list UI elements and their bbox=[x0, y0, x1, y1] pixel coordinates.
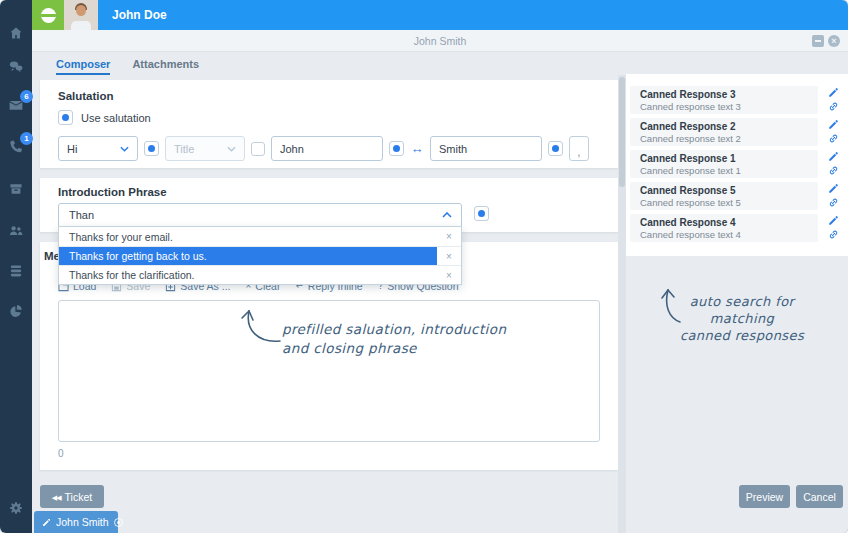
dropdown-option-selected[interactable]: Thanks for getting back to us. × bbox=[59, 246, 461, 265]
close-icon[interactable]: × bbox=[828, 35, 840, 47]
introduction-phrase-input[interactable]: Than bbox=[58, 203, 462, 227]
edit-pencil-icon[interactable] bbox=[828, 119, 839, 130]
sidebar-item-chats[interactable] bbox=[0, 50, 32, 84]
sidebar-item-tickets[interactable] bbox=[0, 172, 32, 206]
sidebar: 6 1 bbox=[0, 0, 32, 533]
rewind-icon: ◀◀ bbox=[52, 494, 61, 501]
link-icon[interactable] bbox=[828, 229, 839, 240]
first-name-enabled-indicator[interactable] bbox=[389, 141, 404, 156]
introduction-enabled-indicator[interactable] bbox=[474, 206, 489, 221]
preview-button[interactable]: Preview bbox=[739, 485, 790, 508]
introduction-phrase-value: Than bbox=[69, 209, 94, 221]
swap-names-icon[interactable]: ↔ bbox=[409, 141, 425, 156]
canned-card-actions bbox=[824, 214, 844, 243]
minimize-icon[interactable] bbox=[812, 35, 824, 47]
calls-count-badge: 1 bbox=[20, 132, 33, 145]
use-salutation-checkbox[interactable] bbox=[58, 110, 73, 125]
sidebar-item-customers[interactable] bbox=[0, 214, 32, 248]
edit-pencil-icon[interactable] bbox=[828, 215, 839, 226]
home-icon bbox=[8, 25, 24, 41]
salutation-title: Salutation bbox=[58, 90, 600, 102]
link-icon[interactable] bbox=[828, 133, 839, 144]
title-enabled-checkbox[interactable] bbox=[251, 142, 265, 156]
edit-pencil-icon[interactable] bbox=[828, 183, 839, 194]
tab-composer[interactable]: Composer bbox=[56, 58, 110, 75]
agent-avatar[interactable] bbox=[64, 0, 98, 30]
dropdown-option[interactable]: Thanks for your email. × bbox=[59, 227, 461, 246]
use-salutation-toggle[interactable]: Use salutation bbox=[58, 110, 600, 125]
pie-chart-icon bbox=[8, 303, 24, 319]
users-icon bbox=[8, 223, 24, 239]
canned-response-card[interactable]: Canned Response 5 Canned response text 5 bbox=[630, 182, 818, 210]
title-select[interactable]: Title bbox=[165, 136, 245, 161]
annotation-compose: prefilled saluation, introduction and cl… bbox=[282, 320, 506, 358]
edit-pencil-icon[interactable] bbox=[828, 151, 839, 162]
dropdown-option[interactable]: Thanks for the clarification. × bbox=[59, 265, 461, 284]
canned-card-actions bbox=[824, 150, 844, 179]
canned-response-card[interactable]: Canned Response 2 Canned response text 2 bbox=[630, 118, 818, 146]
chevron-down-icon bbox=[120, 146, 129, 152]
punctuation-box[interactable]: , bbox=[569, 136, 589, 161]
canned-card-actions bbox=[824, 118, 844, 147]
annotation-arrow bbox=[236, 304, 282, 348]
sidebar-item-email[interactable]: 6 bbox=[0, 88, 32, 122]
canned-responses-panel: Canned Response 3 Canned response text 3… bbox=[626, 74, 848, 256]
archive-box-icon bbox=[8, 181, 24, 197]
gear-icon bbox=[8, 500, 24, 516]
intro-phrase-dropdown: Thanks for your email. × Thanks for gett… bbox=[58, 226, 462, 285]
topbar: John Doe bbox=[32, 0, 848, 30]
link-icon[interactable] bbox=[828, 101, 839, 112]
active-editor-bar[interactable]: John Smith bbox=[34, 511, 118, 533]
sidebar-item-knowledge-base[interactable] bbox=[0, 254, 32, 288]
agent-status-button[interactable] bbox=[32, 0, 64, 30]
edit-pencil-icon[interactable] bbox=[828, 87, 839, 98]
chevron-up-icon[interactable] bbox=[442, 212, 452, 218]
canned-response-card[interactable]: Canned Response 3 Canned response text 3 bbox=[630, 86, 818, 114]
back-to-ticket-button[interactable]: ◀◀Ticket bbox=[40, 485, 104, 508]
email-count-badge: 6 bbox=[20, 90, 33, 103]
link-icon[interactable] bbox=[828, 197, 839, 208]
availability-orb-icon bbox=[41, 8, 56, 23]
use-salutation-label: Use salutation bbox=[81, 112, 151, 124]
agent-name: John Doe bbox=[98, 0, 167, 30]
editor-status-icon[interactable] bbox=[114, 518, 123, 527]
sidebar-item-home[interactable] bbox=[0, 16, 32, 50]
remove-option-icon[interactable]: × bbox=[437, 266, 461, 284]
link-icon[interactable] bbox=[828, 165, 839, 176]
customer-name: John Smith bbox=[32, 30, 848, 52]
sidebar-item-reports[interactable] bbox=[0, 294, 32, 328]
canned-response-card[interactable]: Canned Response 4 Canned response text 4 bbox=[630, 214, 818, 242]
sidebar-item-settings[interactable] bbox=[0, 491, 32, 525]
app-window: 6 1 John Doe bbox=[0, 0, 848, 533]
salutation-controls: Hi Title ↔ , bbox=[58, 136, 600, 161]
character-count: 0 bbox=[58, 448, 64, 459]
tab-attachments[interactable]: Attachments bbox=[132, 58, 199, 75]
remove-option-icon[interactable]: × bbox=[437, 247, 461, 265]
salutation-section: Salutation Use salutation Hi Title bbox=[40, 80, 618, 168]
greeting-enabled-indicator[interactable] bbox=[144, 141, 159, 156]
greeting-select[interactable]: Hi bbox=[58, 136, 138, 161]
pencil-icon bbox=[42, 518, 51, 527]
introduction-section: Introduction Phrase Than bbox=[40, 178, 618, 232]
greeting-value: Hi bbox=[67, 143, 77, 155]
canned-card-actions bbox=[824, 182, 844, 211]
last-name-enabled-indicator[interactable] bbox=[548, 141, 563, 156]
ticket-subheader: John Smith × bbox=[32, 30, 848, 52]
last-name-field[interactable] bbox=[430, 136, 542, 161]
chevron-down-icon bbox=[227, 146, 236, 152]
introduction-title: Introduction Phrase bbox=[58, 186, 600, 198]
main-scrollbar[interactable] bbox=[618, 75, 626, 533]
avatar-shirt bbox=[71, 21, 91, 30]
remove-option-icon[interactable]: × bbox=[437, 227, 461, 246]
cancel-button[interactable]: Cancel bbox=[796, 485, 843, 508]
editing-user-name: John Smith bbox=[56, 516, 109, 528]
annotation-canned: auto search for matching canned response… bbox=[650, 293, 834, 344]
canned-response-card[interactable]: Canned Response 1 Canned response text 1 bbox=[630, 150, 818, 178]
avatar-face bbox=[76, 5, 86, 16]
chat-icon bbox=[8, 59, 24, 75]
title-placeholder: Title bbox=[174, 143, 194, 155]
database-icon bbox=[8, 263, 24, 279]
composer-tabs: Composer Attachments bbox=[56, 58, 199, 75]
sidebar-item-calls[interactable]: 1 bbox=[0, 130, 32, 164]
first-name-field[interactable] bbox=[271, 136, 383, 161]
